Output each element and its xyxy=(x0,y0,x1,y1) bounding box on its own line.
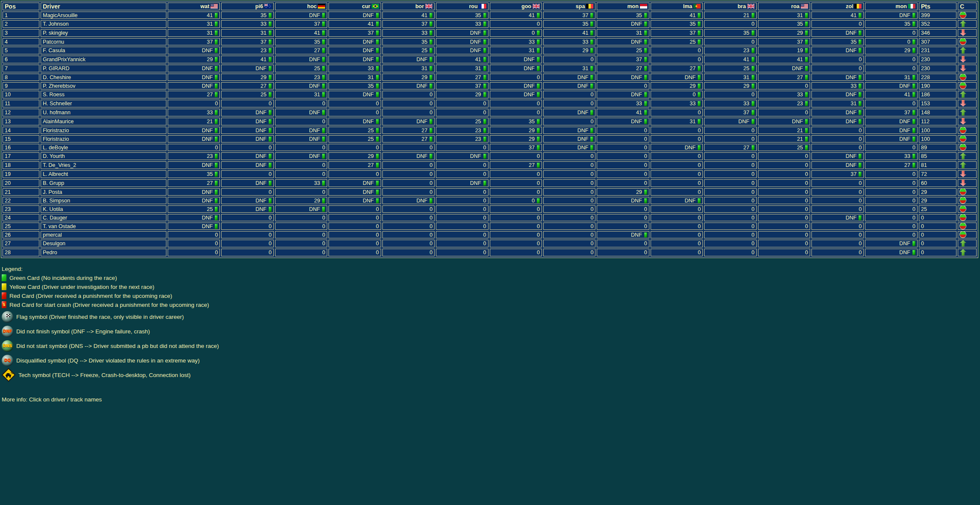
driver-name[interactable]: L. deBoyle xyxy=(41,144,166,151)
col-header-track-rou[interactable]: rou xyxy=(436,3,488,10)
driver-name[interactable]: B. Grupp xyxy=(41,179,166,187)
col-header-track-cur[interactable]: cur xyxy=(329,3,381,10)
green-card-icon xyxy=(322,75,325,80)
track-name[interactable]: cur xyxy=(362,3,370,9)
driver-name[interactable]: L. Albrecht xyxy=(41,170,166,178)
track-name[interactable]: roa xyxy=(791,3,799,9)
track-name[interactable]: rou xyxy=(469,3,477,9)
driver-name[interactable]: AlainMaurice xyxy=(41,118,166,125)
flag-gb-icon xyxy=(425,4,432,9)
driver-name[interactable]: D. Yourth xyxy=(41,152,166,160)
result-cell: DNF xyxy=(329,197,381,204)
table-row: 4Patcornu373735DNF35DNF3333DNF2503735030… xyxy=(3,38,977,45)
driver-name[interactable]: P. skingley xyxy=(41,29,166,37)
result-cell: 41 xyxy=(704,56,756,63)
col-header-track-pi6[interactable]: pi6 xyxy=(221,3,273,10)
driver-name[interactable]: P. Zherebtsov xyxy=(41,82,166,89)
col-header-track-hoc[interactable]: hoc xyxy=(275,3,327,10)
green-card-icon xyxy=(537,30,540,36)
col-header-track-spa[interactable]: spa xyxy=(543,3,595,10)
driver-name[interactable]: T. Johnson xyxy=(41,20,166,28)
driver-name[interactable]: Floristrazio xyxy=(41,135,166,143)
driver-name[interactable]: T. De_Vries_2 xyxy=(41,161,166,169)
change-cell xyxy=(958,249,977,256)
driver-name[interactable]: U. hofmann xyxy=(41,109,166,116)
table-row: 21J. PostaDNF00DNF0000290000029 xyxy=(3,188,977,196)
green-card-icon xyxy=(376,21,379,27)
driver-name[interactable]: P. GIRARD xyxy=(41,65,166,72)
result-cell: 0 xyxy=(490,188,542,196)
driver-name[interactable]: T. van Ostade xyxy=(41,223,166,230)
result-cell: 0 xyxy=(436,161,488,169)
green-card-icon xyxy=(483,48,486,53)
driver-name[interactable]: F. Casula xyxy=(41,47,166,54)
pos-cell: 19 xyxy=(3,170,39,178)
track-name[interactable]: mon xyxy=(627,3,638,9)
result-cell: DNF xyxy=(811,161,864,169)
green-card-icon xyxy=(537,66,540,71)
track-name[interactable]: bra xyxy=(737,3,746,9)
flag-fr-icon xyxy=(479,4,486,9)
result-cell: 0 xyxy=(221,188,273,196)
driver-name[interactable]: Desulgon xyxy=(41,240,166,247)
col-header-track-mon[interactable]: mon xyxy=(865,3,918,10)
green-card-icon xyxy=(322,30,325,36)
green-card-icon xyxy=(269,181,272,186)
green-card-icon xyxy=(805,57,808,62)
green-card-icon xyxy=(805,66,808,71)
col-header-track-mon[interactable]: mon xyxy=(597,3,649,10)
track-name[interactable]: pi6 xyxy=(255,3,263,9)
col-header-track-bor[interactable]: bor xyxy=(382,3,435,10)
track-name[interactable]: goo xyxy=(521,3,531,9)
track-name[interactable]: hoc xyxy=(307,3,317,9)
result-cell: 41 xyxy=(168,12,220,19)
green-card-icon xyxy=(215,21,218,27)
change-cell xyxy=(958,109,977,116)
driver-name[interactable]: Floristrazio xyxy=(41,127,166,134)
driver-name[interactable]: GrandPrixYannick xyxy=(41,56,166,63)
col-header-track-wat[interactable]: wat xyxy=(168,3,220,10)
driver-name[interactable]: S. Roess xyxy=(41,91,166,98)
position-equal-icon xyxy=(960,136,966,142)
result-cell: DNF xyxy=(221,65,273,72)
track-name[interactable]: bor xyxy=(415,3,424,9)
result-cell: DNF xyxy=(275,135,327,143)
track-name[interactable]: spa xyxy=(576,3,585,9)
change-cell xyxy=(958,74,977,81)
col-header-track-lma[interactable]: lma xyxy=(651,3,703,10)
green-card-icon xyxy=(269,48,272,53)
driver-name[interactable]: H. Schneller xyxy=(41,100,166,107)
driver-name[interactable]: Patcornu xyxy=(41,38,166,45)
track-name[interactable]: zol xyxy=(846,3,853,9)
result-cell: 0 xyxy=(543,118,595,125)
track-name[interactable]: lma xyxy=(683,3,693,9)
driver-name[interactable]: Pedro xyxy=(41,249,166,256)
result-cell: 0 xyxy=(382,161,435,169)
result-cell: 0 xyxy=(597,249,649,256)
track-name[interactable]: wat xyxy=(201,3,210,9)
result-cell: 0 xyxy=(490,100,542,107)
driver-name[interactable]: C. Dauger xyxy=(41,214,166,221)
green-card-icon xyxy=(376,66,379,71)
result-cell: DNF xyxy=(168,135,220,143)
driver-name[interactable]: MagicArsouille xyxy=(41,12,166,19)
driver-name[interactable]: B. Simpson xyxy=(41,197,166,204)
col-header-track-goo[interactable]: goo xyxy=(490,3,542,10)
green-card-icon xyxy=(752,119,755,124)
result-cell: 0 xyxy=(704,152,756,160)
pos-cell: 9 xyxy=(3,82,39,89)
col-header-track-roa[interactable]: roa xyxy=(758,3,810,10)
points-cell: 0 xyxy=(919,223,956,230)
col-header-track-bra[interactable]: bra xyxy=(704,3,756,10)
driver-name[interactable]: pmercal xyxy=(41,231,166,238)
table-row: 24C. DaugerDNF00000000000DNF00 xyxy=(3,214,977,221)
pos-cell: 26 xyxy=(3,231,39,238)
result-cell: 0 xyxy=(811,20,864,28)
driver-name[interactable]: D. Cheshire xyxy=(41,74,166,81)
result-cell: 27 xyxy=(865,161,918,169)
driver-name[interactable]: K. Uotila xyxy=(41,205,166,213)
track-name[interactable]: mon xyxy=(896,3,907,9)
result-cell: 0 xyxy=(168,240,220,247)
driver-name[interactable]: J. Posta xyxy=(41,188,166,196)
col-header-track-zol[interactable]: zol xyxy=(811,3,864,10)
